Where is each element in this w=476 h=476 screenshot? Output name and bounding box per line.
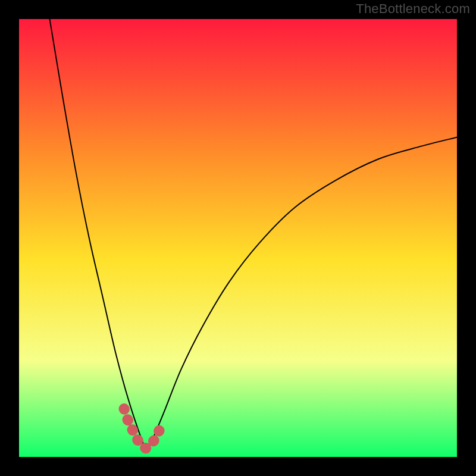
watermark-text: TheBottleneck.com: [356, 1, 470, 17]
chart-svg: [19, 19, 457, 457]
gradient-background: [19, 19, 457, 457]
chart-frame: TheBottleneck.com: [0, 0, 476, 476]
plot-area: [19, 19, 457, 457]
